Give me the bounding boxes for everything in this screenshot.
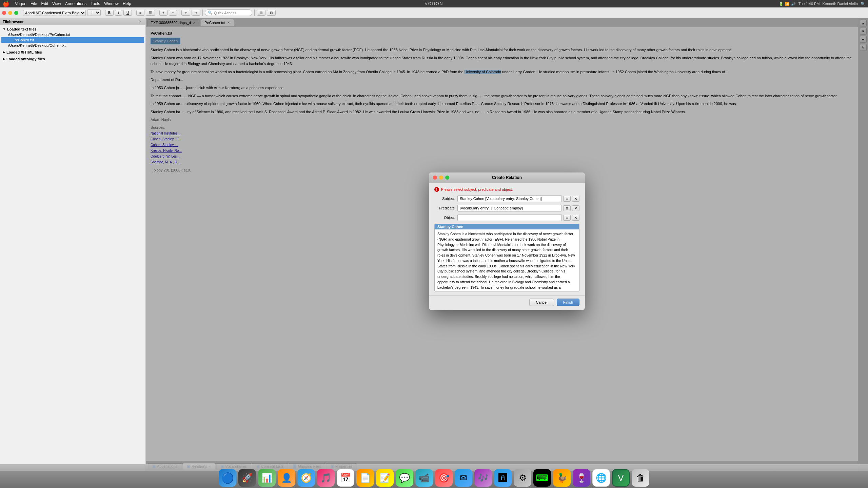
dialog-title: Create Relation — [433, 175, 581, 180]
sidebar-item-pecohen[interactable]: PeCohen.txt — [1, 37, 144, 43]
dock-documents[interactable]: 📄 — [356, 469, 374, 487]
terminal-icon: ⌨ — [536, 473, 549, 483]
extra-btn-1[interactable]: ⊞ — [257, 10, 265, 16]
vogon-icon: V — [618, 473, 624, 483]
dialog-titlebar: Create Relation — [429, 172, 585, 183]
predicate-control: ⊕ ✕ — [457, 205, 579, 211]
object-btn[interactable]: ⊕ — [563, 215, 571, 221]
sidebar-close-btn[interactable]: ✕ — [137, 19, 143, 24]
object-input[interactable] — [457, 214, 562, 221]
dialog-maximize[interactable] — [445, 176, 449, 180]
subject-input[interactable] — [457, 195, 562, 202]
calendar-icon: 📅 — [340, 473, 351, 483]
vlc-icon: 🦆 — [556, 473, 567, 483]
subject-preview-text: Stanley Cohen is a biochemist who partic… — [435, 229, 579, 291]
dialog-footer: Cancel Finish — [429, 296, 585, 310]
menubar-left: 🍎 Vogon File Edit View Annotations Tools… — [3, 1, 131, 7]
menu-annotations[interactable]: Annotations — [65, 1, 86, 6]
search-box[interactable]: 🔍 — [205, 9, 252, 16]
sidebar-section-header-ontology[interactable]: Loaded ontology files — [1, 56, 144, 62]
dialog-close[interactable] — [433, 176, 437, 180]
predicate-btn[interactable]: ⊕ — [563, 205, 571, 211]
sidebar-section-header-xhtml[interactable]: Loaded XHTML files — [1, 49, 144, 55]
menu-tools[interactable]: Tools — [91, 1, 100, 6]
menubar-right: 🔋📶🔊 Tue 1:46 PM Kenneth Daniel Aiello 🔍 — [779, 2, 865, 6]
align-left-button[interactable]: ≡ — [136, 10, 144, 16]
activity-monitor-icon: 📊 — [261, 473, 272, 483]
error-message: Please select subject, predicate and obj… — [441, 187, 513, 191]
dock-music[interactable]: 🎶 — [474, 469, 492, 487]
subject-control: ⊕ ✕ — [457, 195, 579, 202]
zoom-in-button[interactable]: + — [159, 10, 167, 16]
undo-button[interactable]: ↩ — [181, 10, 190, 16]
dock-launchpad[interactable]: 🚀 — [238, 469, 256, 487]
safari-icon: 🧭 — [301, 473, 312, 483]
form-row-subject: Subject ⊕ ✕ — [434, 195, 579, 202]
zoom-out-button[interactable]: − — [169, 10, 177, 16]
apple-menu[interactable]: 🍎 — [3, 1, 9, 7]
dialog-overlay: Create Relation ! Please select subject,… — [146, 18, 868, 464]
dock-calendar[interactable]: 📅 — [337, 469, 354, 487]
dock-itunes[interactable]: 🎵 — [317, 469, 335, 487]
dock-terminal[interactable]: ⌨ — [533, 469, 551, 487]
finish-button[interactable]: Finish — [557, 299, 579, 306]
dock-notes[interactable]: 🎯 — [435, 469, 453, 487]
dock-facetime[interactable]: 📹 — [415, 469, 433, 487]
sidebar-item-cohen-path[interactable]: /Users/Kenneth/Desktop/Cohen.txt — [1, 43, 144, 48]
dock-finder[interactable]: 🔵 — [219, 469, 236, 487]
sidebar-item-pecohen-path[interactable]: /Users/Kenneth/Desktop/PeCohen.txt — [1, 32, 144, 37]
font-family-select[interactable]: Abadi MT Condensed Extra Bold — [23, 10, 86, 16]
dock-activity-monitor[interactable]: 📊 — [258, 469, 276, 487]
menu-help[interactable]: Help — [123, 1, 131, 6]
menu-view[interactable]: View — [52, 1, 61, 6]
minimize-button[interactable] — [8, 11, 12, 15]
predicate-input[interactable] — [457, 205, 562, 211]
dock-safari[interactable]: 🧭 — [297, 469, 315, 487]
dock-trash[interactable]: 🗑 — [632, 469, 649, 487]
sep3 — [157, 9, 157, 16]
underline-button[interactable]: U — [123, 10, 132, 16]
dock-appstore[interactable]: 🅰 — [494, 469, 512, 487]
close-button[interactable] — [2, 11, 6, 15]
facetime-icon: 📹 — [419, 473, 430, 483]
sidebar-header: Filebrowser ✕ — [0, 18, 145, 25]
menu-file[interactable]: File — [31, 1, 37, 6]
sidebar-section-text-files: Loaded text files /Users/Kenneth/Desktop… — [1, 26, 144, 48]
subject-btn[interactable]: ⊕ — [563, 196, 571, 202]
italic-button[interactable]: I — [115, 10, 122, 16]
maximize-button[interactable] — [14, 11, 18, 15]
cancel-button[interactable]: Cancel — [529, 299, 554, 306]
search-icon: 🔍 — [208, 11, 213, 15]
menu-window[interactable]: Window — [104, 1, 119, 6]
dialog-minimize[interactable] — [439, 176, 443, 180]
dock-mail[interactable]: ✉ — [455, 469, 472, 487]
dock-messages[interactable]: 💬 — [396, 469, 413, 487]
mail-icon: ✉ — [460, 473, 467, 483]
dialog-error: ! Please select subject, predicate and o… — [434, 187, 579, 192]
dock-stickies[interactable]: 📝 — [376, 469, 394, 487]
extra-btn-2[interactable]: ⊟ — [267, 10, 276, 16]
sidebar-section-header-text[interactable]: Loaded text files — [1, 26, 144, 32]
redo-button[interactable]: ↪ — [192, 10, 200, 16]
toolbar: Abadi MT Condensed Extra Bold 8 B I U ≡ … — [0, 7, 868, 18]
dock-address-book[interactable]: 👤 — [278, 469, 295, 487]
font-size-select[interactable]: 8 — [87, 9, 101, 16]
dock-system-prefs[interactable]: ⚙ — [514, 469, 531, 487]
search-input[interactable] — [214, 11, 248, 15]
bold-button[interactable]: B — [105, 10, 114, 16]
align-center-button[interactable]: ☰ — [146, 10, 155, 16]
trash-icon: 🗑 — [636, 473, 645, 483]
music-icon: 🎶 — [478, 473, 489, 483]
menu-vogon[interactable]: Vogon — [15, 1, 26, 6]
dock-vlc[interactable]: 🦆 — [553, 469, 571, 487]
sep6 — [254, 9, 255, 16]
dock-vogon[interactable]: V — [612, 469, 630, 487]
menu-edit[interactable]: Edit — [41, 1, 48, 6]
subject-clear-btn[interactable]: ✕ — [572, 196, 579, 202]
object-clear-btn[interactable]: ✕ — [572, 215, 579, 221]
dock-chrome[interactable]: 🌐 — [592, 469, 610, 487]
search-icon[interactable]: 🔍 — [861, 2, 865, 6]
dock-wineskin[interactable]: 🍷 — [573, 469, 590, 487]
appstore-icon: 🅰 — [498, 473, 507, 483]
predicate-clear-btn[interactable]: ✕ — [572, 205, 579, 211]
